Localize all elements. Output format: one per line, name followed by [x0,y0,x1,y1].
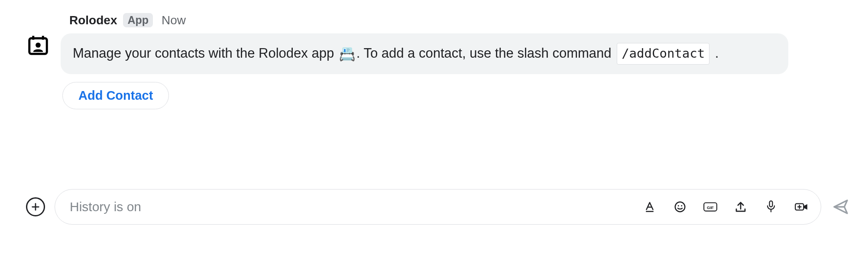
sender-name: Rolodex [69,14,117,26]
text-format-button[interactable] [642,199,657,214]
message-text-1: Manage your contacts with the Rolodex ap… [73,46,338,61]
svg-point-8 [675,202,685,212]
send-icon [832,198,849,216]
gif-icon: GIF [703,200,718,213]
svg-rect-13 [770,201,773,207]
send-button[interactable] [831,197,851,217]
slash-command-chip: /addContact [617,43,709,65]
message-time: Now [162,14,186,26]
compose-area: GIF [55,189,821,225]
attach-plus-button[interactable] [26,197,45,216]
svg-text:GIF: GIF [707,205,714,210]
text-format-icon [643,200,656,213]
upload-button[interactable] [733,199,748,214]
calendar-contact-icon [26,33,50,57]
mic-icon [765,200,777,214]
svg-point-3 [36,42,41,48]
video-button[interactable] [794,199,809,214]
message-input[interactable] [69,199,634,215]
app-badge: App [123,13,153,27]
app-avatar [26,33,50,57]
svg-point-10 [681,205,682,206]
message-bubble: Manage your contacts with the Rolodex ap… [61,33,788,74]
video-plus-icon [794,200,809,213]
message-text-3: . [711,46,719,61]
gif-button[interactable]: GIF [703,199,718,214]
message-text-2: . To add a contact, use the slash comman… [356,46,615,61]
message-meta: Rolodex App Now [61,13,851,27]
emoji-button[interactable] [673,199,687,214]
svg-point-9 [678,205,679,206]
upload-icon [734,200,747,213]
mic-button[interactable] [764,199,778,214]
emoji-icon [674,200,687,213]
card-index-emoji: 📇 [339,46,356,62]
add-contact-button[interactable]: Add Contact [62,82,169,109]
plus-icon [31,202,40,212]
